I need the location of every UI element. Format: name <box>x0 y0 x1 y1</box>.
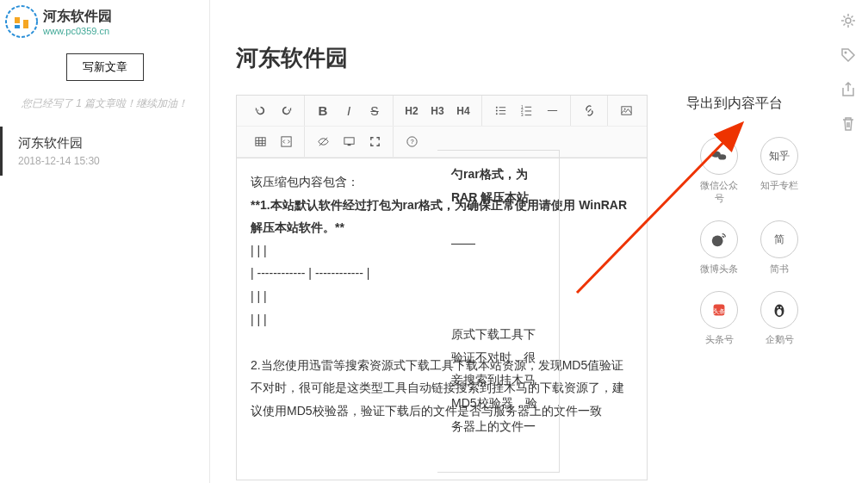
strikethrough-button[interactable]: S <box>362 99 388 123</box>
editor-toolbar: B I S H2 H3 H4 123 <box>236 95 648 158</box>
help-button[interactable]: ? <box>399 130 425 154</box>
live-preview-button[interactable] <box>336 130 362 154</box>
platform-toutiao[interactable]: 头条 头条号 <box>697 291 741 346</box>
preview-pane: 勺rar格式，为 RAR 解压本站 —— 原式下载工具下 验证不对时，很 妾搜索… <box>437 150 560 473</box>
watermark: 河东软件园 www.pc0359.cn <box>4 4 112 39</box>
h2-button[interactable]: H2 <box>399 99 425 123</box>
h4-button[interactable]: H4 <box>450 99 476 123</box>
trash-icon[interactable] <box>840 115 857 133</box>
svg-point-1 <box>495 107 497 108</box>
watermark-logo-icon <box>4 4 39 39</box>
export-icon[interactable] <box>840 81 857 98</box>
svg-text:?: ? <box>410 138 413 146</box>
link-button[interactable] <box>576 99 602 123</box>
svg-point-36 <box>845 52 847 54</box>
svg-rect-23 <box>344 138 353 145</box>
undo-button[interactable] <box>247 99 273 123</box>
svg-point-33 <box>780 307 782 308</box>
page-title: 河东软件园 <box>236 43 802 73</box>
svg-rect-16 <box>255 138 264 146</box>
jianshu-icon: 简 <box>760 220 798 258</box>
new-article-button[interactable]: 写新文章 <box>66 53 144 81</box>
preview-toggle-button[interactable] <box>310 130 336 154</box>
svg-point-0 <box>6 6 37 37</box>
platform-grid: 微信公众号 知乎 知乎专栏 微博头条 简 简书 头条 头条号 <box>666 137 802 346</box>
article-title: 河东软件园 <box>18 135 194 152</box>
wechat-icon <box>700 137 738 175</box>
svg-point-35 <box>846 18 851 23</box>
code-button[interactable] <box>273 130 299 154</box>
svg-rect-24 <box>347 144 350 146</box>
ordered-list-button[interactable]: 123 <box>513 99 539 123</box>
article-list-item[interactable]: 河东软件园 2018-12-14 15:30 <box>0 127 209 176</box>
h3-button[interactable]: H3 <box>425 99 450 123</box>
zhihu-icon: 知乎 <box>760 137 798 175</box>
article-date: 2018-12-14 15:30 <box>18 155 194 167</box>
fullscreen-button[interactable] <box>362 130 388 154</box>
svg-point-15 <box>623 108 625 110</box>
italic-button[interactable]: I <box>336 99 362 123</box>
svg-rect-11 <box>524 111 531 112</box>
svg-rect-5 <box>499 110 505 111</box>
image-button[interactable] <box>613 99 639 123</box>
bold-button[interactable]: B <box>310 99 336 123</box>
watermark-url: www.pc0359.cn <box>43 26 112 36</box>
tag-icon[interactable] <box>840 46 857 64</box>
svg-text:头条: 头条 <box>713 307 725 315</box>
export-panel: 导出到内容平台 微信公众号 知乎 知乎专栏 微博头条 简 简书 <box>648 95 802 480</box>
svg-rect-13 <box>547 110 556 111</box>
sidebar-hint: 您已经写了 1 篇文章啦！继续加油！ <box>0 96 209 111</box>
svg-rect-12 <box>524 115 531 115</box>
platform-zhihu[interactable]: 知乎 知乎专栏 <box>757 137 802 205</box>
svg-text:3: 3 <box>520 113 523 117</box>
unordered-list-button[interactable] <box>487 99 513 123</box>
svg-rect-6 <box>499 114 505 115</box>
platform-penguin[interactable]: 企鹅号 <box>757 291 802 346</box>
platform-jianshu[interactable]: 简 简书 <box>757 220 802 276</box>
svg-point-27 <box>712 235 723 246</box>
redo-button[interactable] <box>273 99 299 123</box>
svg-point-31 <box>777 309 782 315</box>
platform-wechat[interactable]: 微信公众号 <box>697 137 741 205</box>
watermark-title: 河东软件园 <box>43 8 112 26</box>
settings-icon[interactable] <box>840 12 857 29</box>
penguin-icon <box>760 291 798 329</box>
svg-point-32 <box>777 307 778 308</box>
svg-rect-4 <box>499 107 505 108</box>
toutiao-icon: 头条 <box>700 291 738 329</box>
hr-button[interactable] <box>539 99 565 123</box>
sidebar: 写新文章 您已经写了 1 篇文章啦！继续加油！ 河东软件园 2018-12-14… <box>0 0 210 483</box>
table-button[interactable] <box>247 130 273 154</box>
svg-rect-10 <box>524 107 531 108</box>
weibo-icon <box>700 220 738 258</box>
platform-weibo[interactable]: 微博头条 <box>697 220 741 276</box>
svg-point-3 <box>495 113 497 115</box>
right-toolbar <box>828 0 868 483</box>
svg-point-2 <box>495 110 497 112</box>
export-title: 导出到内容平台 <box>666 95 802 113</box>
